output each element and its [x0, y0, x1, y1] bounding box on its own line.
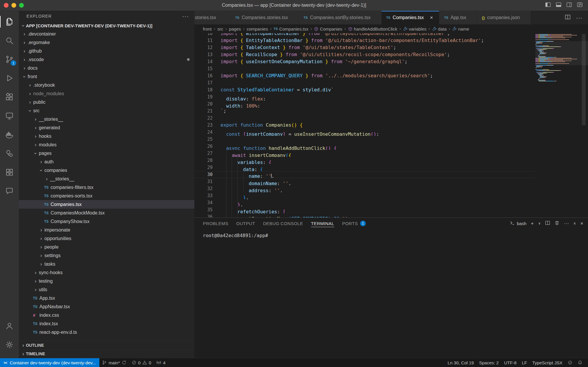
tab-companies.sortby.stories.tsx[interactable]: TSCompanies.sortBy.stories.tsx	[299, 11, 381, 24]
tree-item-.storybook[interactable]: ›.storybook	[19, 81, 194, 89]
settings-icon[interactable]	[2, 337, 16, 352]
explorer-more-actions-icon[interactable]: ···	[182, 15, 189, 18]
source-control-icon[interactable]: 1	[2, 52, 16, 67]
tree-item-testing[interactable]: ›testing	[19, 277, 194, 285]
tab-companies.tsx[interactable]: TSCompanies.tsx×	[382, 11, 440, 24]
new-terminal-icon[interactable]: +	[531, 221, 534, 226]
breadcrumb-companies[interactable]: Companies	[314, 26, 342, 31]
tree-item-companyshow.tsx[interactable]: TSCompanyShow.tsx	[19, 217, 194, 226]
tree-item-companies[interactable]: ›companies	[19, 166, 194, 175]
breadcrumb-data[interactable]: data	[432, 26, 447, 31]
editor-more-actions-icon[interactable]: ···	[576, 14, 583, 21]
breadcrumb-name[interactable]: name	[452, 26, 469, 31]
workspace-section-header[interactable]: › APP [CONTAINER DEV-TWENTY-DEV (DEV-TWE…	[19, 21, 194, 30]
terminal-content[interactable]: root@0a42ecd84891:/app#	[194, 229, 588, 358]
code-line-24[interactable]: 24const [insertCompany] = useInsertOneCo…	[194, 129, 535, 136]
panel-tab-terminal[interactable]: TERMINAL	[311, 218, 334, 229]
code-line-12[interactable]: 12import { TableContext } from '@/ui/tab…	[194, 44, 535, 51]
code-line-16[interactable]: 16import { SEARCH_COMPANY_QUERY } from '…	[194, 72, 535, 79]
split-editor-icon[interactable]	[565, 14, 571, 21]
tree-item-react-app-env.d.ts[interactable]: TSreact-app-env.d.ts	[19, 328, 194, 336]
kill-terminal-icon[interactable]	[554, 220, 559, 227]
tree-item--stories-[interactable]: ›__stories__	[19, 115, 194, 123]
sidebar-section-outline[interactable]: ›OUTLINE	[19, 341, 194, 349]
run-debug-icon[interactable]	[2, 71, 16, 86]
close-tab-icon[interactable]: ×	[428, 15, 434, 21]
problems-status[interactable]: 0 0	[129, 358, 154, 367]
tree-item-utils[interactable]: ›utils	[19, 285, 194, 294]
tab-companies.json[interactable]: {}companies.json	[477, 11, 531, 24]
panel-tab-output[interactable]: OUTPUT	[236, 218, 255, 229]
code-line-23[interactable]: 23export function Companies() {	[194, 122, 535, 129]
zoom-window-button[interactable]	[19, 3, 24, 8]
breadcrumb-companies.tsx[interactable]: TSCompanies.tsx	[274, 26, 308, 31]
tree-item-.devcontainer[interactable]: ›.devcontainer	[19, 30, 194, 38]
tree-item-companiesmockmode.tsx[interactable]: TSCompaniesMockMode.tsx	[19, 209, 194, 217]
code-line-15[interactable]: 15	[194, 65, 535, 72]
terminal-shell-selector[interactable]: bash	[510, 220, 527, 226]
ports-broadcast-status[interactable]: 4	[154, 358, 168, 367]
maximize-panel-icon[interactable]: ∧	[573, 222, 576, 225]
code-line-11[interactable]: 11import { EntityTableActionBar } from '…	[194, 37, 535, 44]
remote-indicator[interactable]: >< Container dev-twenty-dev (dev-twenty-…	[0, 358, 99, 367]
code-line-21[interactable]: 21`;	[194, 108, 535, 115]
tree-item-pages[interactable]: ›pages	[19, 149, 194, 157]
code-line-35[interactable]: 35refetchQueries: [	[194, 206, 535, 213]
code-editor[interactable]: 10import { WithTopBarContainer } from '@…	[194, 33, 588, 217]
breadcrumb-companies[interactable]: companies	[247, 26, 268, 31]
editor-scrollbar-thumb[interactable]	[582, 34, 586, 125]
kubernetes-icon[interactable]	[2, 165, 16, 180]
language-mode[interactable]: TypeScript JSX	[529, 358, 565, 367]
customize-layout-icon[interactable]	[577, 2, 583, 9]
tree-item-companies.tsx[interactable]: TSCompanies.tsx	[19, 200, 194, 209]
breadcrumb-front[interactable]: front	[203, 26, 212, 31]
split-terminal-icon[interactable]	[545, 220, 550, 227]
tree-item-.ergomake[interactable]: ›.ergomake	[19, 38, 194, 47]
breadcrumb-src[interactable]: src	[217, 26, 223, 31]
eol-status[interactable]: LF	[519, 358, 530, 367]
branch-status[interactable]: main*	[99, 358, 129, 367]
code-line-28[interactable]: 28variables: {	[194, 157, 535, 164]
tree-item-app.tsx[interactable]: TSApp.tsx	[19, 294, 194, 302]
code-line-27[interactable]: 27await insertCompany({	[194, 150, 535, 157]
sidebar-section-timeline[interactable]: ›TIMELINE	[19, 349, 194, 358]
sync-icon[interactable]	[122, 360, 126, 365]
language-status-icon[interactable]	[565, 358, 575, 367]
explorer-icon[interactable]	[2, 14, 16, 29]
indentation-status[interactable]: Spaces: 2	[477, 358, 502, 367]
github-actions-icon[interactable]	[2, 146, 16, 161]
tree-item-people[interactable]: ›people	[19, 243, 194, 251]
tree-item-index.css[interactable]: #index.css	[19, 311, 194, 319]
cursor-position[interactable]: Ln 30, Col 19	[445, 358, 476, 367]
account-icon[interactable]	[2, 319, 16, 333]
tab-stories.tsx[interactable]: stories.tsx	[194, 11, 230, 24]
tree-item-generated[interactable]: ›generated	[19, 123, 194, 132]
code-line-20[interactable]: 20width: 100%;	[194, 100, 535, 108]
docker-icon[interactable]	[2, 127, 16, 142]
code-line-32[interactable]: 32address: '',	[194, 185, 535, 192]
code-line-18[interactable]: 18const StyledTableContainer = styled.di…	[194, 86, 535, 93]
tree-item-sync-hooks[interactable]: ›sync-hooks	[19, 268, 194, 277]
comments-icon[interactable]	[2, 184, 16, 198]
close-panel-icon[interactable]: ×	[580, 221, 583, 226]
code-line-25[interactable]: 25	[194, 136, 535, 143]
tree-item-companies-sorts.tsx[interactable]: TScompanies-sorts.tsx	[19, 192, 194, 200]
tree-item-opportunities[interactable]: ›opportunities	[19, 234, 194, 243]
search-icon[interactable]	[2, 33, 16, 48]
tree-item-index.tsx[interactable]: TSindex.tsx	[19, 319, 194, 328]
code-line-14[interactable]: 14import { useInsertOneCompanyMutation }…	[194, 58, 535, 65]
toggle-sidebar-icon[interactable]	[545, 2, 551, 9]
extensions-icon[interactable]	[2, 90, 16, 104]
tree-item-node-modules[interactable]: ›node_modules	[19, 89, 194, 98]
tree-item-public[interactable]: ›public	[19, 98, 194, 106]
panel-more-actions-icon[interactable]: ···	[564, 221, 569, 226]
tree-item-impersonate[interactable]: ›impersonate	[19, 226, 194, 234]
tree-item-modules[interactable]: ›modules	[19, 140, 194, 149]
tree-item-docs[interactable]: ›docs	[19, 64, 194, 72]
tree-item-appnavbar.tsx[interactable]: TSAppNavbar.tsx	[19, 302, 194, 311]
code-line-33[interactable]: 33},	[194, 192, 535, 199]
code-line-26[interactable]: 26async function handleAddButtonClick() …	[194, 143, 535, 150]
panel-tab-problems[interactable]: PROBLEMS	[203, 218, 228, 229]
code-line-36[interactable]: 36getOperationName(GET_COMPANIES) ?? '',	[194, 213, 535, 217]
tree-item-.vscode[interactable]: ›.vscode	[19, 55, 194, 64]
